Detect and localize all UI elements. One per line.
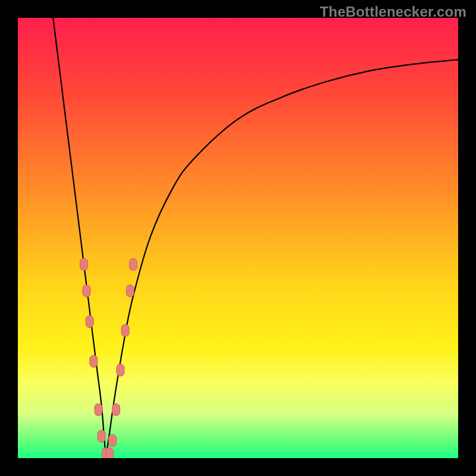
marker-point xyxy=(105,448,113,458)
marker-point xyxy=(83,285,90,297)
marker-point xyxy=(126,285,134,297)
marker-point xyxy=(98,430,105,442)
plot-svg xyxy=(18,18,458,458)
marker-point xyxy=(95,404,102,416)
marker-point xyxy=(109,434,117,446)
marker-point xyxy=(117,364,124,376)
plot-area xyxy=(18,18,458,458)
marker-point xyxy=(112,404,120,416)
marker-point xyxy=(129,258,137,270)
marker-point xyxy=(86,316,93,328)
marker-point xyxy=(121,324,129,336)
marker-point xyxy=(90,355,98,367)
marker-point xyxy=(80,258,88,270)
gradient-background xyxy=(18,18,458,458)
watermark-label: TheBottlenecker.com xyxy=(320,4,466,20)
chart-root: TheBottlenecker.com xyxy=(0,0,476,476)
